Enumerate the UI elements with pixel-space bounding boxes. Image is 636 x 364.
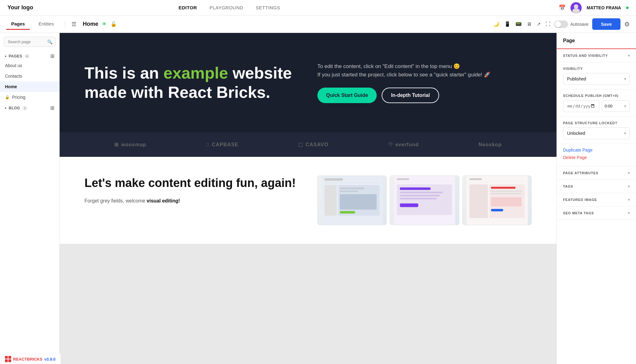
page-attributes-header[interactable]: PAGE ATTRIBUTES bbox=[557, 166, 636, 180]
brand-logo: Your logo bbox=[7, 4, 33, 11]
duplicate-page-button[interactable]: Duplicate Page bbox=[563, 146, 630, 154]
hero-section: This is an example website made with Rea… bbox=[60, 33, 556, 132]
sidebar-item-pricing[interactable]: 🔒 Pricing bbox=[0, 92, 59, 102]
autosave-toggle[interactable]: Autosave bbox=[554, 20, 588, 28]
woosmap-name: woosmap bbox=[121, 142, 146, 148]
time-select[interactable]: 0:00 1:00 12:00 bbox=[602, 100, 630, 112]
mobile-icon[interactable]: 📱 bbox=[504, 21, 511, 27]
featured-image-label: FEATURED IMAGE bbox=[563, 198, 597, 202]
tab-entities[interactable]: Entities bbox=[34, 19, 59, 30]
svg-point-2 bbox=[572, 8, 580, 13]
screenshot-2 bbox=[390, 175, 459, 225]
moon-icon[interactable]: 🌙 bbox=[493, 21, 499, 27]
links-group: Duplicate Page Delete Page bbox=[557, 144, 636, 166]
quick-start-button[interactable]: Quick Start Guide bbox=[317, 88, 377, 103]
screenshot-1 bbox=[317, 175, 387, 225]
hamburger-icon[interactable]: ☰ bbox=[71, 21, 76, 28]
current-page-title: Home bbox=[83, 21, 98, 27]
reactbricks-version: v3.9.0 bbox=[44, 357, 56, 362]
nav-playground[interactable]: PLAYGROUND bbox=[209, 5, 243, 10]
add-page-button[interactable]: ⊞ bbox=[50, 53, 54, 59]
woosmap-symbol: ⊞ bbox=[114, 142, 119, 148]
nav-links: EDITOR PLAYGROUND SETTINGS bbox=[179, 5, 280, 10]
tags-header[interactable]: TAGS bbox=[557, 180, 636, 193]
svg-rect-23 bbox=[469, 182, 525, 182]
online-indicator bbox=[626, 7, 629, 9]
main-layout: 🔍 PAGES 4 ⊞ About us Contacts Home 🔒 Pri… bbox=[0, 33, 636, 364]
sidebar-item-contacts[interactable]: Contacts bbox=[0, 71, 59, 81]
blog-header[interactable]: BLOG 1 ⊞ bbox=[0, 102, 59, 112]
schedule-label: SCHEDULE PUBLISH (GMT+0) bbox=[563, 94, 630, 98]
svg-rect-8 bbox=[340, 188, 364, 189]
status-visibility-header[interactable]: STATUS AND VISIBILITY bbox=[557, 49, 636, 62]
page-attributes-label: PAGE ATTRIBUTES bbox=[563, 171, 598, 175]
svg-rect-13 bbox=[397, 178, 409, 180]
seo-meta-tags-chevron-icon bbox=[628, 211, 630, 215]
logo-woosmap: ⊞ woosmap bbox=[114, 142, 146, 148]
tutorial-button[interactable]: In-depth Tutorial bbox=[382, 88, 439, 103]
svg-rect-32 bbox=[8, 356, 11, 359]
structure-field: PAGE STRUCTURE LOCKED? Unlocked Locked bbox=[557, 117, 636, 144]
contacts-label: Contacts bbox=[5, 74, 22, 79]
sidebar: 🔍 PAGES 4 ⊞ About us Contacts Home 🔒 Pri… bbox=[0, 33, 60, 364]
seo-meta-tags-label: SEO META TAGS bbox=[563, 211, 594, 215]
svg-rect-11 bbox=[340, 211, 355, 214]
content-desc-start: Forget grey fields, welcome bbox=[84, 198, 147, 203]
hero-left: This is an example website made with Rea… bbox=[84, 63, 299, 102]
everfund-symbol: ♡ bbox=[388, 142, 393, 148]
date-input[interactable] bbox=[563, 100, 599, 112]
seo-meta-tags-header[interactable]: SEO META TAGS bbox=[557, 207, 636, 220]
logo-everfund: ♡ everfund bbox=[388, 142, 419, 148]
nav-right: 📅 MATTEO FRANA bbox=[559, 2, 629, 13]
pages-chevron-icon[interactable] bbox=[5, 54, 7, 58]
hero-title-highlight: example bbox=[163, 64, 228, 82]
svg-rect-16 bbox=[400, 188, 431, 190]
hero-desc-line2: If you just started the project, click b… bbox=[317, 71, 532, 79]
tab-pages[interactable]: Pages bbox=[6, 19, 30, 30]
hero-buttons: Quick Start Guide In-depth Tutorial bbox=[317, 88, 532, 103]
save-button[interactable]: Save bbox=[592, 18, 620, 30]
visibility-select-wrapper: Published Draft Private bbox=[563, 73, 630, 85]
visibility-select[interactable]: Published Draft Private bbox=[563, 73, 630, 85]
panel-header: Page bbox=[557, 33, 636, 49]
calendar-icon[interactable]: 📅 bbox=[559, 4, 566, 11]
settings-icon[interactable]: ⚙ bbox=[624, 20, 630, 28]
nav-editor[interactable]: EDITOR bbox=[179, 5, 197, 10]
tablet-icon[interactable]: 📟 bbox=[516, 21, 522, 27]
reactbricks-bar: REACTBRICKS v3.9.0 bbox=[0, 354, 61, 364]
neoskop-name: Neoskop bbox=[479, 142, 502, 148]
screenshot-inner-2 bbox=[390, 176, 459, 225]
pages-header: PAGES 4 ⊞ bbox=[0, 51, 59, 60]
delete-page-button[interactable]: Delete Page bbox=[563, 154, 630, 161]
search-icon: 🔍 bbox=[47, 39, 52, 44]
blog-count: 1 bbox=[22, 106, 28, 110]
sidebar-item-about[interactable]: About us bbox=[0, 60, 59, 71]
hero-desc: To edit the content, click on "Edit cont… bbox=[317, 62, 532, 79]
structure-select[interactable]: Unlocked Locked bbox=[563, 127, 630, 139]
pricing-label: Pricing bbox=[12, 95, 25, 100]
svg-rect-5 bbox=[325, 183, 380, 183]
add-blog-button[interactable]: ⊞ bbox=[50, 105, 54, 111]
svg-rect-29 bbox=[491, 197, 522, 207]
featured-image-header[interactable]: FEATURED IMAGE bbox=[557, 193, 636, 207]
content-left: Let's make content editing fun, again! F… bbox=[84, 175, 299, 205]
schedule-field: SCHEDULE PUBLISH (GMT+0) 0:00 1:00 12:00 bbox=[557, 89, 636, 117]
toolbar: Pages Entities ☰ Home 👁 🔓 🌙 📱 📟 🖥 ↗ ⛶ Au… bbox=[0, 16, 636, 33]
casavo-name: CASAVO bbox=[306, 142, 328, 148]
nav-settings[interactable]: SETTINGS bbox=[256, 5, 280, 10]
screenshot-inner-3 bbox=[463, 176, 531, 225]
tags-label: TAGS bbox=[563, 184, 573, 188]
eye-icon[interactable]: 👁 bbox=[102, 21, 107, 27]
blog-label: BLOG bbox=[9, 106, 20, 110]
desktop-icon[interactable]: 🖥 bbox=[527, 21, 532, 27]
lock-icon[interactable]: 🔓 bbox=[111, 21, 117, 27]
logos-strip: ⊞ woosmap □ CAPBASE ⬚ CASAVO ♡ everfund … bbox=[60, 132, 556, 157]
sidebar-item-home[interactable]: Home bbox=[0, 81, 59, 92]
toolbar-separator bbox=[65, 20, 65, 28]
fullscreen-icon[interactable]: ⛶ bbox=[546, 21, 551, 27]
blog-chevron-icon bbox=[5, 106, 7, 110]
screenshot-inner-1 bbox=[318, 176, 386, 225]
share-icon[interactable]: ↗ bbox=[537, 21, 541, 27]
svg-rect-34 bbox=[8, 359, 11, 362]
toggle-track[interactable] bbox=[554, 20, 568, 28]
